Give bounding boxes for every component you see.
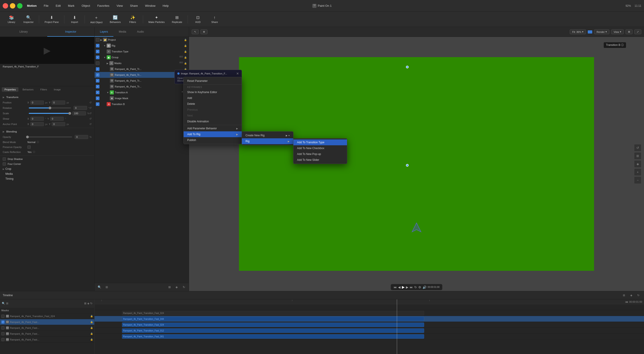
layer-lock-icon[interactable]: 🔒 [184,61,188,65]
library-button[interactable]: 📚 Library [4,14,19,25]
expand-arrow[interactable]: ▼ [107,91,109,94]
drop-shadow-checkbox[interactable] [3,157,6,161]
scale-reset[interactable]: ↺ [89,112,92,115]
rotation-input[interactable] [74,106,87,110]
add-to-new-slider-item[interactable]: Add To New Slider [294,157,347,163]
maximize-button[interactable] [17,3,22,8]
grid-view-button[interactable]: ⊞ [626,29,632,34]
canvas-tool-1[interactable]: ↺ [634,144,641,151]
menu-help[interactable]: Help [162,3,170,8]
skip-forward-button[interactable]: ⏭ [410,285,413,289]
list-item[interactable]: ▼ ▣ Group ⊞⊟ 🔒 [94,54,189,60]
add-keyframe-item[interactable]: Add [184,95,242,101]
scale-slider[interactable] [29,113,70,114]
rotation-slider[interactable] [29,107,71,108]
track-lock-icon[interactable]: 🔒 [90,315,93,317]
layer-visibility-checkbox[interactable] [96,61,100,65]
expand-arrow[interactable]: ▶ [100,39,102,41]
opacity-slider[interactable] [28,136,72,137]
scale-input[interactable] [72,111,86,115]
preserve-opacity-checkbox[interactable] [28,145,30,149]
layer-visibility-checkbox[interactable] [96,73,100,77]
next-frame-button[interactable]: ▶ [406,285,408,289]
opacity-input[interactable] [75,135,88,139]
layers-layout-button[interactable]: ⊞ [104,285,110,290]
hud-button[interactable]: ⊡ HUD [190,14,206,25]
expand-arrow[interactable]: ▼ [104,44,106,47]
play-button[interactable]: ▶ [402,285,404,289]
layers-refresh-button[interactable]: ↻ [181,285,187,290]
add-to-transition-type-item[interactable]: Add To Transition Type [294,139,347,145]
track-lock-icon[interactable]: 🔒 [90,338,93,341]
full-screen-button[interactable]: ⤢ [634,29,641,34]
app-menu-motion[interactable]: Motion [26,3,38,8]
track-checkbox[interactable] [1,338,4,341]
media-tab[interactable]: Media [114,27,132,37]
rig-submenu-item[interactable]: Rig ▶ Add To Transition Type Add To New … [242,138,293,144]
audio-button[interactable]: 🔊 [422,285,426,289]
track-checkbox[interactable] [1,332,4,335]
canvas-tool-4[interactable]: + [634,168,641,176]
timing-row[interactable]: Timing [0,176,94,181]
cursor-tool[interactable]: ↖ [192,29,199,34]
library-tab[interactable]: Library [0,27,47,37]
list-item[interactable]: ▼ ⚙ Transition A ■ 🔒 [94,89,189,95]
menu-object[interactable]: Object [81,3,91,8]
properties-tab[interactable]: Properties [2,87,18,92]
shear-x-input[interactable] [30,117,44,121]
layer-visibility-checkbox[interactable] [96,50,100,53]
canvas-tool-3[interactable]: ◈ [634,160,641,168]
canvas-tool-5[interactable]: − [634,177,641,184]
inspector-tab[interactable]: Inspector [47,27,94,37]
show-keyframe-editor-item[interactable]: Show In Keyframe Editor [184,89,242,95]
reset-parameter-item[interactable]: Reset Parameter [184,78,242,84]
import-button[interactable]: ⬇ Import [66,14,82,25]
track-lock-icon[interactable]: 🔒 [90,333,93,335]
timeline-left-tool-4[interactable]: ◈ [87,302,89,305]
menu-view[interactable]: View [116,3,124,8]
list-item[interactable]: ▼ ⚙ Rig 🔒 [94,43,189,48]
loop-button[interactable]: ↻ [414,285,417,289]
close-button[interactable] [3,3,8,8]
timeline-tool-2[interactable]: ◈ [628,293,634,298]
timeline-clip[interactable]: Rampant_4k_Paint_Transition_Fast_001 [122,334,424,339]
skip-back-button[interactable]: ⏮ [394,285,397,289]
timeline-clip[interactable]: Rampant_4k_Paint_Transition_Fast_024 [122,311,424,315]
canvas-control-dot-mid[interactable] [406,164,409,167]
timeline-track-row[interactable]: 🎞 Rampant_4k_Paint_Transition_Fast_024 🔒 [0,313,94,319]
delete-keyframe-item[interactable]: Delete [184,101,242,107]
timeline-clip[interactable]: Rampant_4k_Paint_Transition_Fast_024 [122,323,424,327]
expand-arrow[interactable]: ▼ [104,56,106,59]
add-to-new-checkbox-item[interactable]: Add To New Checkbox [294,145,347,151]
layer-visibility-checkbox[interactable] [96,79,100,82]
media-row[interactable]: Media [0,171,94,176]
menu-mark[interactable]: Mark [67,3,76,8]
layer-visibility-checkbox[interactable] [96,96,100,100]
canvas-viewport[interactable]: Transition B ⓘ ↺ ⊞ ◈ + − ⏮ ◀ ▶ ▶ [189,37,644,291]
transform-section-header[interactable]: ▶ Transform [0,94,94,100]
timeline-tool-3[interactable]: ↻ [636,293,641,298]
create-new-rig-dropdown[interactable]: ▾ [288,134,290,137]
canvas-tool-2[interactable]: ⊞ [634,152,641,159]
menu-share[interactable]: Share [129,3,139,8]
canvas-control-dot-top[interactable] [406,66,409,68]
image-tab[interactable]: Image [51,87,64,92]
layer-lock-icon[interactable]: 🔒 [184,55,188,59]
rotation-reset[interactable]: ↺ [89,106,92,109]
list-item[interactable]: ≡ Transition Type 🔒 [94,48,189,54]
timeline-tool-1[interactable]: ⊞ [621,293,627,298]
four-corner-checkbox[interactable] [3,162,6,166]
track-lock-icon[interactable]: 🔒 [90,321,93,323]
layer-visibility-checkbox[interactable] [96,55,100,59]
filters-button[interactable]: ✨ Filters [125,14,141,25]
transform-tool[interactable]: ⊕ [200,29,208,34]
view-button[interactable]: View ▾ [611,29,624,34]
list-item[interactable]: ▶ 📁 Project 🔒 [94,37,189,43]
track-checkbox-checked[interactable]: ✓ [1,321,4,324]
timeline-track-row[interactable]: ✓ 🎞 Rampant_4k_Paint_Fast... 🔒 [0,319,94,325]
create-new-rig-item[interactable]: Create New Rig ▶ ▾ [242,132,293,138]
layer-lock-icon[interactable]: 🔒 [184,49,188,53]
timeline-track-row[interactable]: 🎞 Rampant_4k_Paint_Fast... 🔒 [0,337,94,343]
layer-visibility-checkbox[interactable] [96,38,100,42]
anchor-reset[interactable]: ↺ [89,123,92,126]
